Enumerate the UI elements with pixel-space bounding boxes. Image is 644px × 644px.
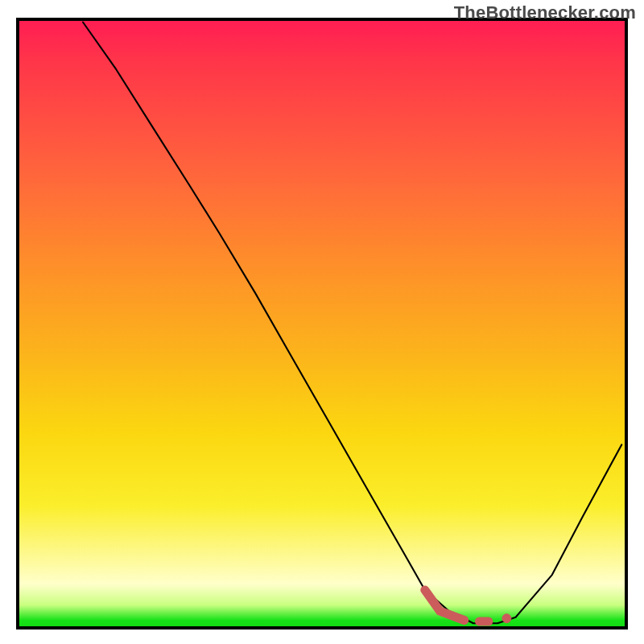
attribution-text: TheBottlenecker.com (454, 2, 636, 23)
plot-frame (16, 18, 628, 630)
highlight-segment-0 (425, 590, 464, 621)
highlight-dot-0 (502, 614, 511, 623)
bottleneck-curve (83, 23, 621, 624)
chart-overlay-svg (19, 21, 625, 626)
highlight-group (425, 590, 511, 623)
chart-stage: TheBottlenecker.com (0, 0, 644, 644)
